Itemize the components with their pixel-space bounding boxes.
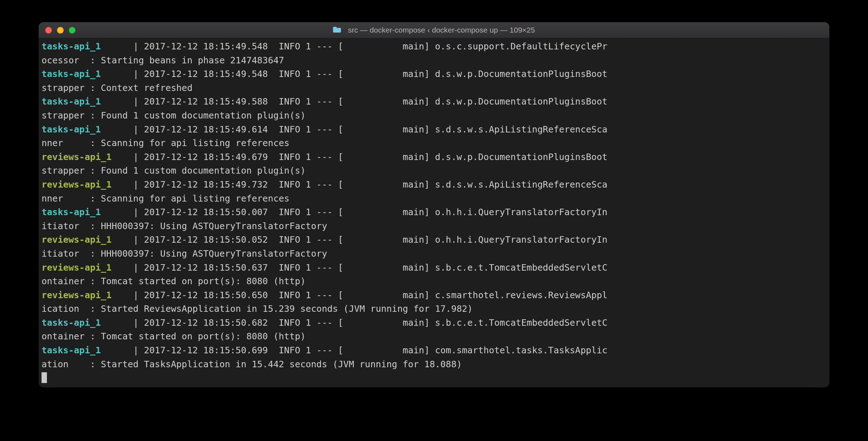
log-continuation: ontainer : Tomcat started on port(s): 80… <box>42 331 306 341</box>
log-line: tasks-api_1 | 2017-12-12 18:15:49.548 IN… <box>42 40 826 54</box>
log-continuation: strapper : Found 1 custom documentation … <box>42 165 306 176</box>
log-line: reviews-api_1 | 2017-12-12 18:15:50.052 … <box>42 233 826 247</box>
service-name: reviews-api_1 <box>42 179 112 190</box>
log-continuation: nner : Scanning for api listing referenc… <box>42 138 289 148</box>
service-name: reviews-api_1 <box>42 152 112 162</box>
folder-icon <box>333 26 342 33</box>
log-line: tasks-api_1 | 2017-12-12 18:15:49.614 IN… <box>42 123 826 137</box>
log-line: ication : Started ReviewsApplication in … <box>42 302 826 316</box>
log-continuation: strapper : Found 1 custom documentation … <box>42 110 306 121</box>
terminal-output[interactable]: tasks-api_1 | 2017-12-12 18:15:49.548 IN… <box>39 38 829 387</box>
log-line: strapper : Context refreshed <box>42 81 826 95</box>
window-title-wrap: src — docker-compose ‹ docker-compose up… <box>39 26 829 34</box>
minimize-button[interactable] <box>57 27 64 34</box>
log-line: ocessor : Starting beans in phase 214748… <box>42 54 826 68</box>
log-line: strapper : Found 1 custom documentation … <box>42 109 826 123</box>
log-line: ontainer : Tomcat started on port(s): 80… <box>42 275 826 289</box>
log-line: reviews-api_1 | 2017-12-12 18:15:49.732 … <box>42 178 826 192</box>
prompt-line <box>42 371 826 385</box>
log-line: reviews-api_1 | 2017-12-12 18:15:50.650 … <box>42 289 826 302</box>
log-text: | 2017-12-12 18:15:49.614 INFO 1 --- [ m… <box>101 124 608 135</box>
log-line: tasks-api_1 | 2017-12-12 18:15:50.007 IN… <box>42 205 826 219</box>
log-text: | 2017-12-12 18:15:50.007 INFO 1 --- [ m… <box>101 207 608 217</box>
window-titlebar[interactable]: src — docker-compose ‹ docker-compose up… <box>39 22 829 38</box>
log-continuation: nner : Scanning for api listing referenc… <box>42 193 289 204</box>
desktop: src — docker-compose ‹ docker-compose up… <box>0 0 868 441</box>
log-continuation: ontainer : Tomcat started on port(s): 80… <box>42 276 306 286</box>
log-line: tasks-api_1 | 2017-12-12 18:15:49.548 IN… <box>42 67 826 81</box>
log-line: itiator : HHH000397: Using ASTQueryTrans… <box>42 219 826 233</box>
log-line: nner : Scanning for api listing referenc… <box>42 192 826 206</box>
service-name: tasks-api_1 <box>42 318 101 328</box>
log-line: tasks-api_1 | 2017-12-12 18:15:50.699 IN… <box>42 344 826 358</box>
window-title: src — docker-compose ‹ docker-compose up… <box>348 26 535 34</box>
zoom-button[interactable] <box>69 27 76 34</box>
log-text: | 2017-12-12 18:15:50.637 INFO 1 --- [ m… <box>112 262 608 273</box>
log-continuation: ation : Started TasksApplication in 15.4… <box>42 359 462 369</box>
log-text: | 2017-12-12 18:15:50.650 INFO 1 --- [ m… <box>112 290 608 300</box>
service-name: tasks-api_1 <box>42 41 101 52</box>
close-button[interactable] <box>45 27 52 34</box>
service-name: reviews-api_1 <box>42 290 112 300</box>
log-line: ontainer : Tomcat started on port(s): 80… <box>42 330 826 344</box>
service-name: reviews-api_1 <box>42 262 112 273</box>
service-name: tasks-api_1 <box>42 345 101 355</box>
log-text: | 2017-12-12 18:15:49.588 INFO 1 --- [ m… <box>101 96 608 107</box>
log-line: ation : Started TasksApplication in 15.4… <box>42 358 826 372</box>
log-text: | 2017-12-12 18:15:50.052 INFO 1 --- [ m… <box>112 234 608 245</box>
log-continuation: itiator : HHH000397: Using ASTQueryTrans… <box>42 221 327 231</box>
log-text: | 2017-12-12 18:15:50.682 INFO 1 --- [ m… <box>101 318 608 328</box>
window-controls <box>45 27 76 34</box>
log-text: | 2017-12-12 18:15:49.679 INFO 1 --- [ m… <box>112 152 608 162</box>
service-name: tasks-api_1 <box>42 124 101 135</box>
log-continuation: itiator : HHH000397: Using ASTQueryTrans… <box>42 248 327 259</box>
log-continuation: ication : Started ReviewsApplication in … <box>42 304 473 314</box>
log-line: reviews-api_1 | 2017-12-12 18:15:50.637 … <box>42 261 826 275</box>
log-line: tasks-api_1 | 2017-12-12 18:15:50.682 IN… <box>42 316 826 330</box>
service-name: tasks-api_1 <box>42 96 101 107</box>
log-line: strapper : Found 1 custom documentation … <box>42 164 826 178</box>
log-continuation: ocessor : Starting beans in phase 214748… <box>42 55 284 66</box>
log-line: tasks-api_1 | 2017-12-12 18:15:49.588 IN… <box>42 95 826 109</box>
service-name: reviews-api_1 <box>42 234 112 245</box>
log-text: | 2017-12-12 18:15:49.548 INFO 1 --- [ m… <box>101 41 608 52</box>
log-line: itiator : HHH000397: Using ASTQueryTrans… <box>42 247 826 261</box>
log-text: | 2017-12-12 18:15:49.548 INFO 1 --- [ m… <box>101 69 608 79</box>
log-text: | 2017-12-12 18:15:49.732 INFO 1 --- [ m… <box>112 179 608 190</box>
log-line: nner : Scanning for api listing referenc… <box>42 136 826 150</box>
service-name: tasks-api_1 <box>42 69 101 79</box>
service-name: tasks-api_1 <box>42 207 101 217</box>
log-continuation: strapper : Context refreshed <box>42 83 192 93</box>
log-text: | 2017-12-12 18:15:50.699 INFO 1 --- [ m… <box>101 345 608 355</box>
log-line: reviews-api_1 | 2017-12-12 18:15:49.679 … <box>42 150 826 164</box>
terminal-window: src — docker-compose ‹ docker-compose up… <box>39 22 829 387</box>
cursor <box>42 372 47 383</box>
